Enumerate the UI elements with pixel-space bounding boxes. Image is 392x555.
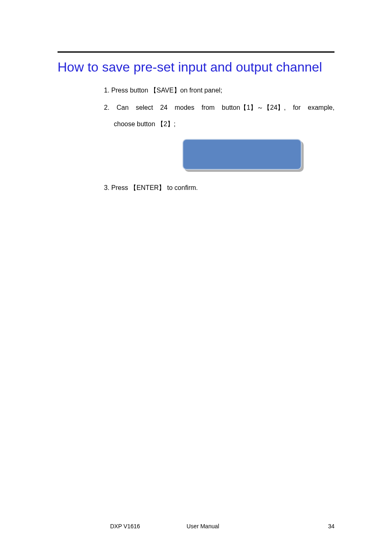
step-3: 3. Press 【ENTER】 to confirm. <box>104 183 334 193</box>
step-1: 1. Press button 【SAVE】on front panel; <box>104 86 334 95</box>
footer-product: DXP V1616 <box>110 523 140 530</box>
step-2: 2.Canselect24modesfrombutton【1】～【24】,for… <box>104 103 334 129</box>
display-box-container <box>149 139 334 171</box>
footer-page-number: 34 <box>328 523 334 530</box>
step-list: 1. Press button 【SAVE】on front panel; 2.… <box>58 86 334 193</box>
page-content: How to save pre-set input and output cha… <box>0 0 392 193</box>
step-2-line1: 2.Canselect24modesfrombutton【1】～【24】,for… <box>104 103 334 113</box>
footer-doc-type: User Manual <box>187 523 219 530</box>
display-box <box>182 139 302 170</box>
display-box-wrapper <box>182 139 302 170</box>
title-rule <box>58 51 334 53</box>
step-2-line2: choose button 【2】; <box>104 119 334 129</box>
section-title: How to save pre-set input and output cha… <box>58 56 334 78</box>
